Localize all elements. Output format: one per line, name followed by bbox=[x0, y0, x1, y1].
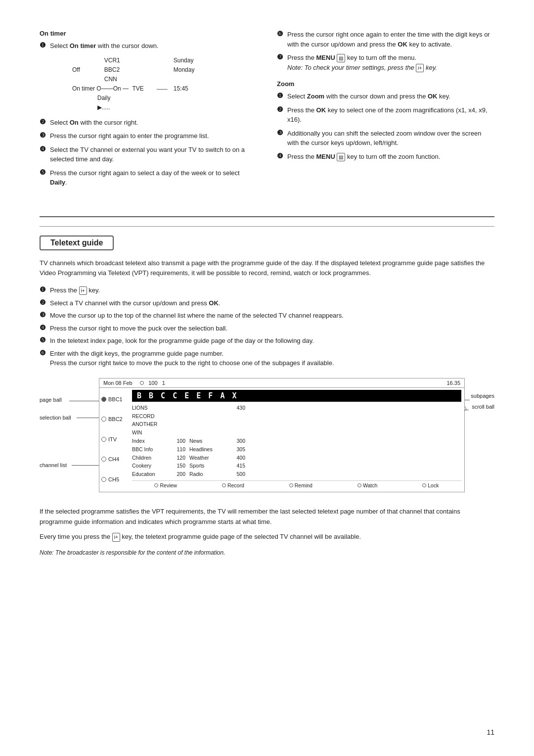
lock-icon bbox=[422, 483, 426, 487]
prog-row-2: BBC Info 110 Headlines 305 bbox=[132, 445, 461, 454]
prog-col3-0 bbox=[189, 404, 224, 437]
teletext-step-3: ❸ Move the cursor up to the top of the c… bbox=[40, 311, 494, 321]
header-time: 16.35 bbox=[446, 380, 460, 386]
remind-icon bbox=[289, 483, 293, 487]
teletext-diagram: page ball selection ball channel list su… bbox=[40, 378, 494, 497]
teletext-step-2: ❷ Select a TV channel with the cursor up… bbox=[40, 298, 494, 308]
on-timer-title: On timer bbox=[40, 30, 257, 37]
on-timer-row-label: On timer O——On — bbox=[72, 85, 129, 92]
tele-step-num-1: ❶ bbox=[40, 285, 47, 293]
vcr1-label: VCR1 bbox=[94, 56, 147, 65]
ch4-name: CH4 bbox=[108, 456, 119, 462]
prog-row-0: LIONS RECORD ANOTHER WIN 430 bbox=[132, 404, 461, 437]
header-date: Mon 08 Feb 100 1 bbox=[103, 380, 165, 386]
programme-grid: LIONS RECORD ANOTHER WIN 430 Index 100 N… bbox=[132, 404, 461, 478]
step-zoom-4: ❹ Press the MENU ▤ key to turn off the z… bbox=[277, 152, 494, 162]
bbc2-label: BBC2 bbox=[94, 65, 147, 75]
step-num-3: ❸ bbox=[40, 131, 47, 139]
circle-1 bbox=[140, 381, 144, 385]
step-num-2: ❷ bbox=[40, 118, 47, 126]
prog-num-1: 100 bbox=[171, 437, 185, 445]
bar-review: Review bbox=[154, 482, 177, 488]
prog-col3-3: Weather bbox=[189, 454, 224, 462]
diagram-header: Mon 08 Feb 100 1 16.35 bbox=[99, 378, 464, 388]
step-zoom-2: ❷ Press the OK key to select one of the … bbox=[277, 105, 494, 125]
dots-label: —— bbox=[147, 84, 171, 94]
prog-name-3: Children bbox=[132, 454, 167, 462]
bbc2-circle bbox=[101, 417, 106, 422]
arrow-label: ▶..... bbox=[94, 103, 198, 112]
tve-label: TVE bbox=[130, 85, 143, 92]
tele-step-num-3: ❸ bbox=[40, 311, 47, 319]
diagram-box: Mon 08 Feb 100 1 16.35 BBC1 BBC2 bbox=[99, 378, 465, 492]
record-icon bbox=[222, 483, 226, 487]
key-icon-inline: i+ bbox=[112, 533, 120, 542]
teletext-section: Teletext guide TV channels which broadca… bbox=[40, 216, 494, 556]
prog-col3-2: Headlines bbox=[189, 445, 224, 454]
monday-label: Monday bbox=[171, 65, 198, 75]
tele-step-text-3: Move the cursor up to the top of the cha… bbox=[50, 311, 494, 321]
step-text: Select On timer with the cursor down. bbox=[50, 41, 257, 51]
right-col: ❻ Press the cursor right once again to e… bbox=[277, 30, 494, 191]
prog-num-3: 120 bbox=[171, 454, 185, 462]
step-on-timer-4: ❹ Select the TV channel or external you … bbox=[40, 145, 257, 164]
bar-remind: Remind bbox=[289, 482, 312, 488]
step-text-6: Press the cursor right once again to ent… bbox=[287, 30, 494, 49]
tele-step-text-1: Press the i+ key. bbox=[50, 285, 494, 295]
label-page-ball: page ball bbox=[40, 397, 62, 403]
line-selection-ball bbox=[77, 418, 99, 418]
prog-col4-5: 500 bbox=[228, 470, 245, 478]
line-page-ball bbox=[69, 401, 99, 401]
cnn-label: CNN bbox=[94, 75, 147, 84]
bbc-highlight: B B C C E E F A X bbox=[132, 390, 461, 402]
watch-label: Watch bbox=[363, 482, 377, 488]
remind-label: Remind bbox=[295, 482, 312, 488]
zoom-step-text-1: Select Zoom with the cursor down and pre… bbox=[287, 92, 494, 101]
zoom-step-text-4: Press the MENU ▤ key to turn off the zoo… bbox=[287, 152, 494, 162]
watch-icon bbox=[357, 483, 361, 487]
ch5-circle bbox=[101, 477, 106, 482]
zoom-step-num-1: ❶ bbox=[277, 92, 285, 99]
prog-row-3: Children 120 Weather 400 bbox=[132, 454, 461, 462]
on-timer-section: On timer ❶ Select On timer with the curs… bbox=[40, 30, 257, 191]
tele-step-num-4: ❹ bbox=[40, 324, 47, 331]
info-icon: i+ bbox=[416, 64, 424, 72]
tele-step-num-6: ❻ bbox=[40, 349, 47, 357]
prog-name-5: Education bbox=[132, 470, 167, 478]
menu-icon-2: ▤ bbox=[337, 153, 345, 161]
tele-key-icon: i+ bbox=[79, 286, 87, 295]
step-num-5: ❺ bbox=[40, 168, 47, 176]
page-number: 11 bbox=[487, 728, 494, 736]
prog-num-0 bbox=[171, 404, 185, 437]
teletext-after-text-2: Every time you press the i+ key, the tel… bbox=[40, 532, 494, 542]
step-text-5: Press the cursor right again to select a… bbox=[50, 168, 257, 188]
step-on-timer-3: ❸ Press the cursor right again to enter … bbox=[40, 131, 257, 141]
prog-col4-0: 430 bbox=[228, 404, 245, 437]
teletext-note: Note: The broadcaster is responsible for… bbox=[40, 549, 494, 556]
step-on-timer-7: ❼ Press the MENU ▤ key to turn off the m… bbox=[277, 53, 494, 72]
prog-row-5: Education 200 Radio 500 bbox=[132, 470, 461, 478]
teletext-intro: TV channels which broadcast teletext als… bbox=[40, 258, 494, 279]
review-icon bbox=[154, 483, 158, 487]
channel-itv: ITV bbox=[101, 436, 127, 442]
tele-step-num-2: ❷ bbox=[40, 298, 47, 306]
prog-col4-3: 400 bbox=[228, 454, 245, 462]
teletext-step-6: ❻ Enter with the digit keys, the program… bbox=[40, 349, 494, 368]
itv-circle bbox=[101, 437, 106, 442]
channel-ch5: CH5 bbox=[101, 476, 127, 482]
channel-ch4: CH4 bbox=[101, 456, 127, 462]
prog-num-5: 200 bbox=[171, 470, 185, 478]
tele-step-text-6: Enter with the digit keys, the programme… bbox=[50, 349, 494, 368]
step-zoom-1: ❶ Select Zoom with the cursor down and p… bbox=[277, 92, 494, 101]
channel-bbc2: BBC2 bbox=[101, 416, 127, 422]
prog-name-2: BBC Info bbox=[132, 445, 167, 454]
vcr-table: VCR1 Sunday Off BBC2 Monday CNN bbox=[69, 56, 257, 113]
prog-row-4: Cookery 150 Sports 415 bbox=[132, 462, 461, 470]
tele-step-text-4: Press the cursor right to move the puck … bbox=[50, 324, 494, 333]
step-text-4: Select the TV channel or external you wa… bbox=[50, 145, 257, 164]
ch4-circle bbox=[101, 457, 106, 462]
ch5-name: CH5 bbox=[108, 476, 119, 482]
diagram-content: B B C C E E F A X LIONS RECORD ANOTHER W… bbox=[129, 388, 464, 492]
zoom-step-num-3: ❸ bbox=[277, 129, 285, 137]
channel-list: BBC1 BBC2 ITV CH4 bbox=[99, 388, 129, 492]
